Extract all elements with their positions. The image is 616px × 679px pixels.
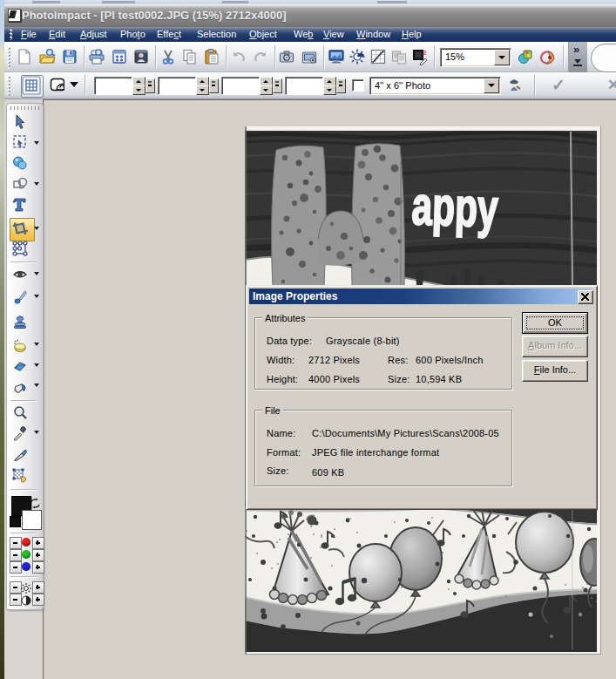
svg-text:2: 2 <box>423 49 427 57</box>
svg-text:appy: appy <box>411 175 500 238</box>
